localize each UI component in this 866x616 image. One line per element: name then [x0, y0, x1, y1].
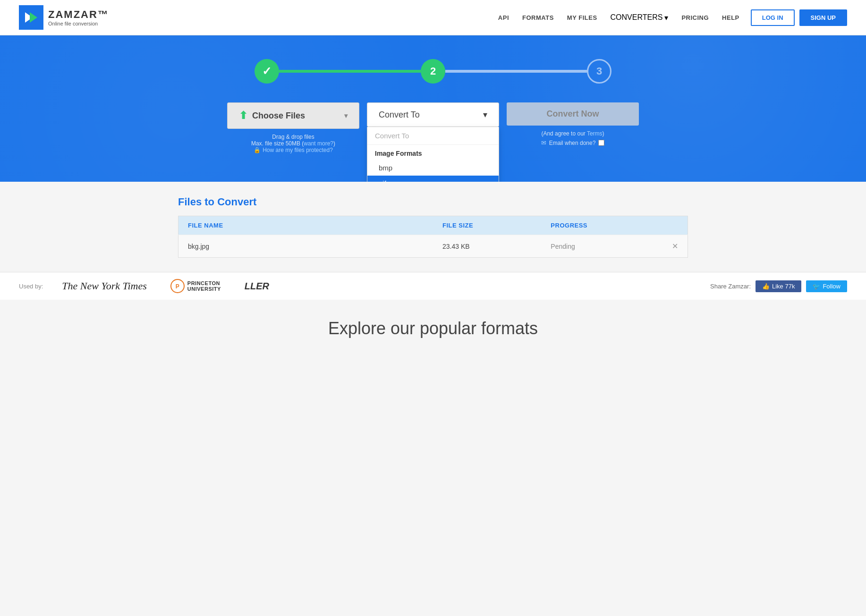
- step-2-circle: 2: [421, 59, 445, 84]
- file-progress-cell: Pending: [541, 235, 662, 258]
- terms-text: (And agree to our Terms): [541, 130, 604, 137]
- hero-section: ✓ 2 3 ⬆ Choose Files: [0, 35, 866, 182]
- twitter-follow-button[interactable]: 🐦 Follow: [806, 280, 847, 292]
- convert-now-section: Convert Now (And agree to our Terms) ✉ E…: [507, 102, 639, 146]
- nav-help[interactable]: HELP: [722, 14, 739, 21]
- lock-icon: 🔒: [254, 147, 261, 153]
- nav-converters[interactable]: CONVERTERS ▾: [611, 13, 669, 22]
- step-3-circle: 3: [587, 59, 611, 84]
- col-filesize: FILE SIZE: [433, 216, 541, 235]
- choose-files-label: Choose Files: [252, 111, 305, 121]
- step-1-checkmark: ✓: [262, 65, 272, 78]
- convert-now-button[interactable]: Convert Now: [507, 102, 639, 126]
- file-status: Pending: [551, 243, 575, 250]
- terms-link[interactable]: Terms: [587, 130, 603, 137]
- step-line-2: [445, 70, 587, 73]
- file-remove-cell: ✕: [662, 235, 688, 258]
- convert-now-info: (And agree to our Terms) ✉ Email when do…: [507, 130, 639, 146]
- explore-title: Explore our popular formats: [19, 319, 847, 338]
- col-progress: PROGRESS: [541, 216, 662, 235]
- logo-text: ZAMZAR™ Online file conversion: [48, 8, 109, 26]
- signup-button[interactable]: SIGN UP: [799, 9, 847, 26]
- format-bmp[interactable]: bmp: [367, 160, 499, 176]
- email-icon: ✉: [541, 139, 546, 146]
- protection-link[interactable]: How are my files protected?: [263, 147, 333, 153]
- login-button[interactable]: LOG IN: [751, 9, 795, 26]
- files-table-body: bkg.jpg 23.43 KB Pending ✕: [178, 235, 688, 258]
- brand-miller: LLER: [245, 281, 269, 292]
- choose-files-dropdown-arrow-icon: ▾: [344, 112, 348, 119]
- convert-to-button[interactable]: Convert To ▾: [367, 102, 499, 127]
- nav-my-files[interactable]: MY FILES: [567, 14, 597, 21]
- used-by-label: Used by:: [19, 283, 43, 290]
- nav-api[interactable]: API: [498, 14, 509, 21]
- file-name-cell: bkg.jpg: [178, 235, 433, 258]
- explore-section: Explore our popular formats: [0, 300, 866, 357]
- nav-formats[interactable]: FORMATS: [522, 14, 554, 21]
- converter-row: ⬆ Choose Files ▾ Drag & drop files Max. …: [216, 102, 650, 153]
- used-by-bar: Used by: The New York Times P PRINCETONU…: [0, 272, 866, 300]
- nav-pricing[interactable]: PRICING: [681, 14, 709, 21]
- facebook-like-button[interactable]: 👍 Like 77k: [756, 280, 801, 292]
- converters-chevron-icon: ▾: [664, 13, 668, 22]
- step-line-1: [279, 70, 421, 73]
- logo-name: ZAMZAR™: [48, 8, 109, 21]
- files-title: Files to Convert: [178, 196, 688, 208]
- step-2-label: 2: [430, 65, 436, 77]
- princeton-logo-icon: P: [170, 279, 185, 293]
- choose-files-button[interactable]: ⬆ Choose Files ▾: [227, 102, 359, 129]
- brand-princeton: P PRINCETONUNIVERSITY: [170, 279, 221, 293]
- logo-icon: [19, 5, 43, 30]
- email-row: ✉ Email when done?: [507, 139, 639, 146]
- convert-to-arrow-icon: ▾: [483, 110, 487, 120]
- dropdown-header-label: Convert To: [367, 127, 499, 145]
- logo: ZAMZAR™ Online file conversion: [19, 5, 109, 30]
- files-table-header: FILE NAME FILE SIZE PROGRESS: [178, 216, 688, 235]
- protection-text: 🔒 How are my files protected?: [251, 147, 335, 153]
- header: ZAMZAR™ Online file conversion API FORMA…: [0, 0, 866, 35]
- files-title-accent: Convert: [217, 196, 256, 208]
- step-3-label: 3: [596, 65, 602, 77]
- twitter-icon: 🐦: [813, 283, 820, 290]
- max-size-text: Max. file size 50MB (want more?): [251, 140, 335, 147]
- main-nav: API FORMATS MY FILES CONVERTERS ▾ PRICIN…: [498, 13, 739, 22]
- format-dropdown: Convert To Image Formats bmp gif ico pcx…: [367, 127, 499, 182]
- drag-drop-text: Drag & drop files: [251, 134, 335, 140]
- share-section: Share Zamzar: 👍 Like 77k 🐦 Follow: [710, 280, 847, 292]
- stepper: ✓ 2 3: [216, 59, 650, 84]
- share-label: Share Zamzar:: [710, 283, 751, 290]
- image-formats-label: Image Formats: [367, 145, 499, 160]
- table-row: bkg.jpg 23.43 KB Pending ✕: [178, 235, 688, 258]
- file-size-cell: 23.43 KB: [433, 235, 541, 258]
- files-section: Files to Convert FILE NAME FILE SIZE PRO…: [159, 182, 707, 272]
- want-more-link[interactable]: want more?: [304, 140, 333, 147]
- choose-files-info: Drag & drop files Max. file size 50MB (w…: [251, 134, 335, 153]
- email-checkbox[interactable]: [598, 140, 604, 146]
- files-table: FILE NAME FILE SIZE PROGRESS bkg.jpg 23.…: [178, 216, 688, 258]
- choose-files-section: ⬆ Choose Files ▾ Drag & drop files Max. …: [227, 102, 359, 153]
- step-1-circle: ✓: [255, 59, 279, 84]
- upload-icon: ⬆: [239, 110, 247, 122]
- email-label: Email when done?: [549, 140, 596, 146]
- col-filename: FILE NAME: [178, 216, 433, 235]
- brand-nyt: The New York Times: [62, 280, 147, 292]
- format-gif[interactable]: gif: [367, 176, 499, 182]
- brand-logos: The New York Times P PRINCETONUNIVERSITY…: [62, 279, 691, 293]
- facebook-icon: 👍: [762, 283, 770, 290]
- convert-to-label: Convert To: [379, 110, 420, 120]
- remove-file-button[interactable]: ✕: [672, 242, 678, 250]
- logo-subtitle: Online file conversion: [48, 21, 109, 26]
- svg-text:P: P: [176, 283, 180, 290]
- convert-to-section: Convert To ▾ Convert To Image Formats bm…: [367, 102, 499, 127]
